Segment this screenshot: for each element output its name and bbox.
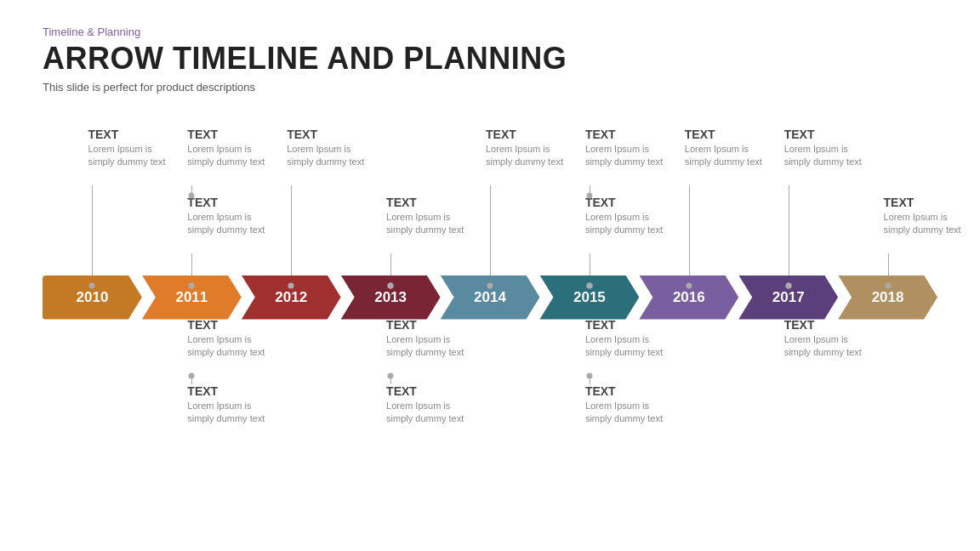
timeline-dot	[785, 282, 791, 288]
timeline-dot	[388, 282, 394, 288]
timeline-text-box: TEXTLorem Ipsum is simply dummy text	[187, 196, 280, 237]
timeline-text-box: TEXTLorem Ipsum is simply dummy text	[884, 196, 977, 237]
text-body: Lorem Ipsum is simply dummy text	[884, 211, 977, 237]
text-label: TEXT	[386, 384, 479, 398]
text-label: TEXT	[88, 128, 180, 141]
text-label: TEXT	[685, 128, 778, 141]
text-body: Lorem Ipsum is simply dummy text	[386, 333, 479, 360]
timeline-text-box: TEXTLorem Ipsum is simply dummy text	[88, 128, 180, 169]
timeline-dot	[586, 372, 592, 378]
text-body: Lorem Ipsum is simply dummy text	[585, 143, 678, 169]
timeline-dot	[288, 282, 294, 288]
text-body: Lorem Ipsum is simply dummy text	[187, 400, 280, 426]
timeline-dot	[487, 282, 493, 288]
timeline-text-box: TEXTLorem Ipsum is simply dummy text	[386, 318, 479, 360]
text-label: TEXT	[585, 128, 678, 141]
text-body: Lorem Ipsum is simply dummy text	[187, 143, 280, 169]
timeline-dot	[189, 282, 195, 288]
connector-line	[789, 185, 789, 286]
text-body: Lorem Ipsum is simply dummy text	[187, 333, 280, 360]
text-body: Lorem Ipsum is simply dummy text	[685, 143, 778, 169]
timeline-area: 201020112012201320142015201620172018 TEX…	[43, 111, 937, 485]
text-body: Lorem Ipsum is simply dummy text	[287, 143, 379, 169]
text-label: TEXT	[187, 318, 280, 332]
connector-line	[92, 185, 93, 286]
text-label: TEXT	[486, 128, 578, 141]
timeline-dot	[686, 282, 692, 288]
timeline-dot	[388, 372, 394, 378]
text-body: Lorem Ipsum is simply dummy text	[585, 400, 678, 426]
timeline-text-box: TEXTLorem Ipsum is simply dummy text	[386, 384, 479, 426]
text-label: TEXT	[585, 318, 678, 332]
main-title: ARROW TIMELINE AND PLANNING	[43, 42, 937, 76]
text-label: TEXT	[187, 128, 280, 141]
timeline-text-box: TEXTLorem Ipsum is simply dummy text	[486, 128, 578, 169]
text-body: Lorem Ipsum is simply dummy text	[585, 333, 678, 360]
description: This slide is perfect for product descri…	[43, 81, 937, 94]
text-label: TEXT	[585, 196, 678, 209]
text-label: TEXT	[784, 318, 877, 332]
timeline-dot	[189, 192, 195, 198]
timeline-dot	[586, 192, 592, 198]
text-body: Lorem Ipsum is simply dummy text	[187, 211, 280, 237]
slide: Timeline & Planning ARROW TIMELINE AND P…	[0, 0, 980, 551]
text-label: TEXT	[784, 128, 877, 141]
text-label: TEXT	[187, 196, 280, 209]
text-body: Lorem Ipsum is simply dummy text	[486, 143, 578, 169]
timeline-text-box: TEXTLorem Ipsum is simply dummy text	[585, 384, 678, 426]
timeline-text-box: TEXTLorem Ipsum is simply dummy text	[187, 384, 280, 426]
timeline-text-box: TEXTLorem Ipsum is simply dummy text	[585, 128, 678, 169]
text-label: TEXT	[187, 384, 280, 398]
timeline-dot	[189, 372, 195, 378]
connector-line	[490, 185, 491, 286]
timeline-text-box: TEXTLorem Ipsum is simply dummy text	[187, 318, 280, 360]
text-label: TEXT	[287, 128, 379, 141]
timeline-dot	[885, 282, 891, 288]
timeline-text-box: TEXTLorem Ipsum is simply dummy text	[784, 128, 877, 169]
timeline-text-box: TEXTLorem Ipsum is simply dummy text	[784, 318, 877, 360]
connector-line	[291, 185, 292, 286]
timeline-text-box: TEXTLorem Ipsum is simply dummy text	[386, 196, 479, 237]
timeline-dot	[89, 282, 95, 288]
text-label: TEXT	[585, 384, 678, 398]
text-body: Lorem Ipsum is simply dummy text	[585, 211, 678, 237]
text-body: Lorem Ipsum is simply dummy text	[784, 143, 877, 169]
timeline-text-box: TEXTLorem Ipsum is simply dummy text	[685, 128, 778, 169]
text-label: TEXT	[386, 318, 479, 332]
text-body: Lorem Ipsum is simply dummy text	[386, 211, 479, 237]
connector-line	[689, 185, 690, 286]
timeline-dot	[586, 282, 592, 288]
text-body: Lorem Ipsum is simply dummy text	[784, 333, 877, 360]
timeline-text-box: TEXTLorem Ipsum is simply dummy text	[287, 128, 379, 169]
text-body: Lorem Ipsum is simply dummy text	[88, 143, 180, 169]
timeline-text-box: TEXTLorem Ipsum is simply dummy text	[187, 128, 280, 169]
text-body: Lorem Ipsum is simply dummy text	[386, 400, 479, 426]
text-label: TEXT	[884, 196, 977, 209]
text-label: TEXT	[386, 196, 479, 209]
subtitle: Timeline & Planning	[43, 26, 937, 38]
timeline-text-box: TEXTLorem Ipsum is simply dummy text	[585, 318, 678, 360]
timeline-text-box: TEXTLorem Ipsum is simply dummy text	[585, 196, 678, 237]
